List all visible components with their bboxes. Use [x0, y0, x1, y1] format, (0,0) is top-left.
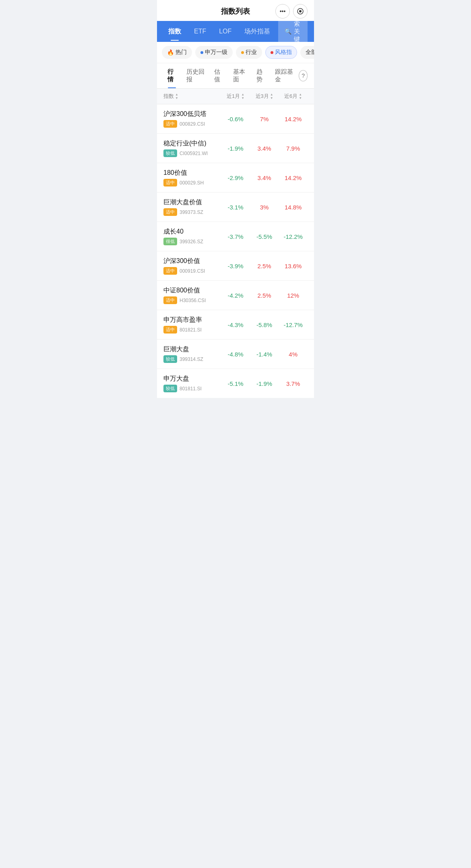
index-code: 000029.SH [180, 180, 204, 186]
table-body: 沪深300低贝塔 适中 000829.CSI -0.6% 7% 14.2% 稳定… [157, 104, 314, 398]
index-code: 000829.CSI [180, 121, 205, 127]
table-row[interactable]: 申万高市盈率 适中 801821.SI -4.3% -5.8% -12.7% [157, 310, 314, 340]
index-meta: 适中 399373.SZ [163, 208, 221, 216]
risk-badge: 较低 [163, 355, 177, 363]
cell-1m: -4.8% [221, 351, 250, 358]
cell-1m: -2.9% [221, 174, 250, 181]
index-meta: 较低 801811.SI [163, 385, 221, 392]
industry-dot [241, 51, 244, 54]
page-title: 指数列表 [221, 6, 250, 16]
filter-style[interactable]: 风格指 [265, 46, 297, 59]
cell-3m: 3.4% [250, 145, 279, 152]
cell-3m: 3% [250, 204, 279, 211]
risk-badge: 适中 [163, 208, 177, 216]
cell-3m: -5.8% [250, 321, 279, 328]
filter-sw1[interactable]: 申万一级 [195, 46, 233, 59]
index-meta: 较低 399314.SZ [163, 355, 221, 363]
sort-6m-icon: ▲▼ [299, 93, 302, 100]
index-meta: 较低 CI005921.WI [163, 149, 221, 157]
index-code: 801821.SI [180, 327, 202, 333]
sub-tab-market[interactable]: 行情 [163, 63, 181, 88]
sort-index-icon: ▲▼ [175, 93, 178, 100]
risk-badge: 较低 [163, 385, 177, 392]
col-header-index[interactable]: 指数 ▲▼ [163, 93, 221, 100]
sub-tab-trend[interactable]: 趋势 [252, 63, 270, 88]
cell-1m: -4.3% [221, 321, 250, 328]
index-name: 沪深300低贝塔 [163, 110, 221, 118]
index-code: 399326.SZ [180, 239, 203, 244]
filter-hot[interactable]: 🔥 热门 [162, 46, 192, 59]
filter-all[interactable]: 全部指数 [300, 46, 314, 59]
index-name: 稳定行业(中信) [163, 139, 221, 148]
table-row[interactable]: 180价值 适中 000029.SH -2.9% 3.4% 14.2% [157, 163, 314, 193]
table-row[interactable]: 巨潮大盘价值 适中 399373.SZ -3.1% 3% 14.8% [157, 193, 314, 222]
index-info: 沪深300价值 适中 000919.CSI [163, 257, 221, 275]
index-code: 000919.CSI [180, 268, 205, 274]
more-icon: ••• [280, 8, 286, 15]
col-header-1m[interactable]: 近1月 ▲▼ [221, 93, 250, 100]
cell-6m: -12.7% [279, 321, 308, 328]
tab-etf[interactable]: ETF [189, 25, 211, 38]
cell-3m: -5.5% [250, 233, 279, 240]
col-header-3m[interactable]: 近3月 ▲▼ [250, 93, 279, 100]
filter-industry[interactable]: 行业 [236, 46, 262, 59]
help-button[interactable]: ? [299, 70, 308, 81]
index-info: 巨潮大盘 较低 399314.SZ [163, 345, 221, 363]
style-dot [271, 51, 273, 54]
more-button[interactable]: ••• [275, 4, 290, 19]
record-button[interactable] [293, 4, 308, 19]
sort-1m-icon: ▲▼ [241, 93, 244, 100]
table-row[interactable]: 稳定行业(中信) 较低 CI005921.WI -1.9% 3.4% 7.9% [157, 134, 314, 163]
cell-1m: -3.1% [221, 204, 250, 211]
cell-1m: -1.9% [221, 145, 250, 152]
sub-tab-history[interactable]: 历史回报 [182, 63, 209, 88]
sub-tab-valuation[interactable]: 估值 [210, 63, 227, 88]
cell-6m: 14.8% [279, 204, 308, 211]
index-meta: 适中 000829.CSI [163, 120, 221, 128]
index-info: 稳定行业(中信) 较低 CI005921.WI [163, 139, 221, 157]
index-info: 申万高市盈率 适中 801821.SI [163, 316, 221, 334]
tab-lof[interactable]: LOF [214, 25, 236, 38]
table-row[interactable]: 中证800价值 适中 H30356.CSI -4.2% 2.5% 12% [157, 281, 314, 310]
index-info: 180价值 适中 000029.SH [163, 169, 221, 186]
cell-3m: -1.9% [250, 380, 279, 387]
cell-3m: 2.5% [250, 263, 279, 269]
sub-tab-fundamental[interactable]: 基本面 [229, 63, 251, 88]
table-row[interactable]: 沪深300价值 适中 000919.CSI -3.9% 2.5% 13.6% [157, 251, 314, 281]
table-row[interactable]: 申万大盘 较低 801811.SI -5.1% -1.9% 3.7% [157, 369, 314, 398]
svg-point-1 [299, 10, 302, 12]
cell-1m: -4.2% [221, 292, 250, 299]
cell-6m: 4% [279, 351, 308, 358]
table-header: 指数 ▲▼ 近1月 ▲▼ 近3月 ▲▼ 近6月 ▲▼ [157, 89, 314, 104]
tab-offmarket[interactable]: 场外指基 [240, 24, 275, 39]
main-tab-bar: 指数 ETF LOF 场外指基 🔍 搜索关键词 [157, 21, 314, 42]
tab-index[interactable]: 指数 [163, 24, 186, 39]
table-row[interactable]: 巨潮大盘 较低 399314.SZ -4.8% -1.4% 4% [157, 340, 314, 369]
index-info: 巨潮大盘价值 适中 399373.SZ [163, 198, 221, 216]
index-meta: 适中 000029.SH [163, 179, 221, 186]
record-icon [297, 8, 304, 15]
cell-6m: 14.2% [279, 116, 308, 122]
cell-6m: 13.6% [279, 263, 308, 269]
index-name: 申万高市盈率 [163, 316, 221, 324]
col-header-6m[interactable]: 近6月 ▲▼ [279, 93, 308, 100]
index-code: 801811.SI [180, 386, 202, 392]
index-info: 成长40 很低 399326.SZ [163, 228, 221, 245]
table-row[interactable]: 沪深300低贝塔 适中 000829.CSI -0.6% 7% 14.2% [157, 104, 314, 134]
risk-badge: 适中 [163, 179, 177, 186]
index-name: 中证800价值 [163, 286, 221, 295]
risk-badge: 适中 [163, 267, 177, 275]
cell-1m: -3.9% [221, 263, 250, 269]
cell-6m: -12.2% [279, 233, 308, 240]
sw1-dot [200, 51, 203, 54]
risk-badge: 很低 [163, 238, 177, 245]
risk-badge: 较低 [163, 149, 177, 157]
index-code: H30356.CSI [180, 298, 206, 303]
table-row[interactable]: 成长40 很低 399326.SZ -3.7% -5.5% -12.2% [157, 222, 314, 251]
index-name: 巨潮大盘价值 [163, 198, 221, 207]
index-meta: 适中 000919.CSI [163, 267, 221, 275]
sub-tab-fund[interactable]: 跟踪基金 [271, 63, 297, 88]
header-actions: ••• [275, 4, 308, 19]
risk-badge: 适中 [163, 326, 177, 334]
index-name: 沪深300价值 [163, 257, 221, 265]
